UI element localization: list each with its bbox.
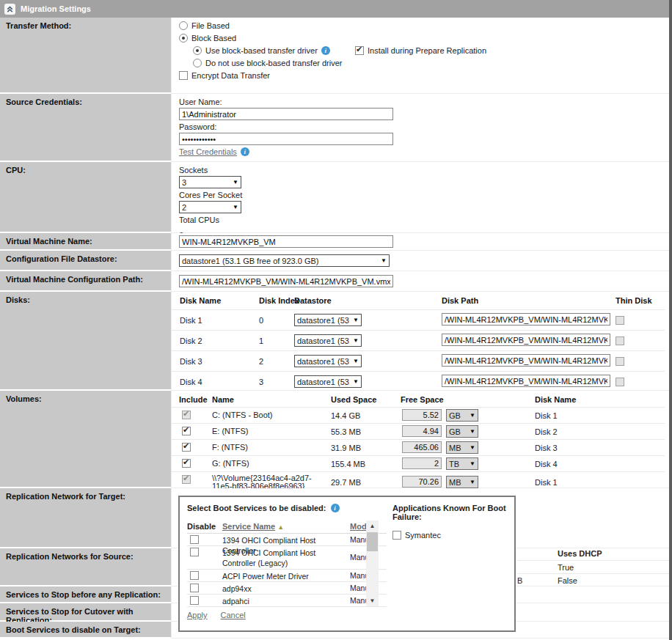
user-name-label: User Name: bbox=[179, 98, 669, 106]
service-name: 1394 OHCI Compliant Host Controller (Leg… bbox=[222, 548, 348, 568]
disk-datastore-select[interactable]: datastore1 (53.1 GB free of 923.0 GB) ▼ bbox=[294, 334, 362, 347]
vm-name-field[interactable] bbox=[179, 235, 393, 248]
free-space-input[interactable] bbox=[402, 425, 442, 437]
label-volumes: Volumes: bbox=[0, 391, 171, 488]
vm-config-path-field[interactable] bbox=[179, 275, 393, 287]
install-prepare-option[interactable]: Install during Prepare Replication bbox=[355, 46, 486, 55]
cores-value: 2 bbox=[182, 203, 230, 212]
col-disk-path: Disk Path bbox=[442, 296, 478, 305]
chevron-down-icon: ▼ bbox=[353, 378, 359, 385]
disk-index: 2 bbox=[259, 357, 263, 366]
scrollbar-thumb[interactable] bbox=[367, 532, 378, 551]
services-scrollbar[interactable]: ▲ ▼ bbox=[366, 521, 379, 606]
password-field[interactable] bbox=[179, 133, 393, 145]
free-space-input[interactable] bbox=[402, 441, 442, 453]
service-name-sort-link[interactable]: Service Name bbox=[222, 522, 275, 531]
volume-disk-name: Disk 1 bbox=[535, 411, 558, 420]
disable-service-checkbox[interactable] bbox=[190, 596, 199, 605]
collapse-section-icon[interactable] bbox=[4, 4, 15, 15]
service-name: adpahci bbox=[222, 596, 348, 606]
test-credentials-info-icon[interactable]: i bbox=[241, 147, 249, 156]
sockets-select[interactable]: 3 ▼ bbox=[179, 176, 241, 188]
page-title: Migration Settings bbox=[21, 4, 91, 13]
scroll-up-icon[interactable]: ▲ bbox=[366, 521, 379, 532]
disk-datastore-select[interactable]: datastore1 (53.1 GB free of 923.0 GB) ▼ bbox=[294, 375, 362, 388]
free-space-unit-select[interactable]: GB ▼ bbox=[446, 425, 478, 438]
scroll-down-icon[interactable]: ▼ bbox=[366, 595, 379, 606]
label-config-datastore: Configuration File Datastore: bbox=[0, 251, 171, 271]
row-divider bbox=[517, 573, 669, 574]
services-list: Disable Service Name ▲ Mode 1394 OHCI Co… bbox=[187, 521, 387, 607]
use-driver-radio[interactable] bbox=[193, 46, 202, 55]
label-services-stop-cutover: Services to Stop for Cutover with Replic… bbox=[0, 603, 171, 622]
disk-path-input[interactable] bbox=[442, 375, 610, 387]
include-checkbox[interactable] bbox=[182, 443, 191, 452]
row-divider bbox=[517, 560, 669, 561]
col-disk-name: Disk Name bbox=[180, 296, 221, 305]
disable-service-checkbox[interactable] bbox=[190, 535, 199, 544]
free-space-input[interactable] bbox=[402, 457, 442, 469]
volume-row: E: (NTFS) 55.3 MB GB ▼ Disk 2 bbox=[172, 423, 665, 439]
popup-info-icon[interactable]: i bbox=[331, 504, 340, 512]
free-space-input[interactable] bbox=[402, 409, 442, 421]
free-space-unit-select[interactable]: MB ▼ bbox=[446, 476, 478, 488]
include-checkbox[interactable] bbox=[182, 427, 191, 435]
include-checkbox[interactable] bbox=[182, 459, 191, 468]
block-based-radio[interactable] bbox=[179, 34, 188, 43]
free-space-unit-select[interactable]: TB ▼ bbox=[446, 457, 478, 470]
section-header-bar[interactable]: Migration Settings bbox=[0, 0, 669, 18]
service-row: adpahci Manual bbox=[187, 595, 387, 607]
label-vm-name: Virtual Machine Name: bbox=[0, 233, 171, 251]
uses-dhcp-true: True bbox=[558, 563, 574, 572]
apps-title: Applications Known For Boot Failure: bbox=[392, 504, 514, 521]
window-edge bbox=[669, 0, 672, 640]
disk-datastore-select[interactable]: datastore1 (53.1 GB free of 923.0 GB) ▼ bbox=[294, 355, 362, 367]
disk-path-input[interactable] bbox=[442, 354, 610, 367]
disable-service-checkbox[interactable] bbox=[190, 584, 199, 592]
cores-label: Cores Per Socket bbox=[179, 191, 669, 199]
apply-button[interactable]: Apply bbox=[187, 611, 208, 619]
use-driver-info-icon[interactable]: i bbox=[321, 46, 330, 55]
col-free-space: Free Space bbox=[401, 395, 444, 404]
include-checkbox bbox=[182, 411, 191, 419]
disable-service-checkbox[interactable] bbox=[190, 571, 199, 580]
use-driver-option[interactable]: Use block-based transfer driver i Instal… bbox=[193, 46, 669, 55]
test-credentials-link[interactable]: Test Credentials bbox=[179, 147, 237, 156]
symantec-option[interactable]: Symantec bbox=[392, 531, 514, 540]
disable-service-checkbox[interactable] bbox=[190, 548, 199, 556]
disk-path-input[interactable] bbox=[442, 334, 610, 346]
label-transfer-method: Transfer Method: bbox=[0, 18, 171, 94]
block-based-option[interactable]: Block Based bbox=[179, 34, 669, 43]
sockets-value: 3 bbox=[182, 178, 230, 187]
cores-select[interactable]: 2 ▼ bbox=[179, 201, 241, 213]
free-space-unit-select[interactable]: GB ▼ bbox=[446, 409, 478, 422]
chevron-down-icon: ▼ bbox=[353, 337, 359, 344]
uses-dhcp-header: Uses DHCP bbox=[558, 549, 602, 558]
install-prepare-checkbox[interactable] bbox=[355, 46, 364, 55]
config-datastore-select[interactable]: datastore1 (53.1 GB free of 923.0 GB) ▼ bbox=[179, 254, 390, 267]
chevron-down-icon: ▼ bbox=[381, 257, 387, 264]
sort-ascending-icon: ▲ bbox=[277, 523, 284, 531]
free-space-unit-select[interactable]: MB ▼ bbox=[446, 441, 478, 454]
encrypt-option[interactable]: Encrypt Data Transfer bbox=[179, 71, 669, 80]
volume-row: C: (NTFS - Boot) 14.4 GB GB ▼ Disk 1 bbox=[172, 407, 665, 423]
file-based-option[interactable]: File Based bbox=[179, 21, 669, 30]
thin-disk-checkbox bbox=[616, 357, 624, 366]
password-label: Password: bbox=[179, 122, 669, 131]
service-name: ACPI Power Meter Driver bbox=[222, 571, 348, 581]
free-space-input[interactable] bbox=[402, 476, 442, 488]
disk-index: 3 bbox=[259, 378, 263, 386]
no-driver-radio[interactable] bbox=[193, 59, 202, 67]
disk-path-input[interactable] bbox=[442, 313, 610, 325]
col-disk-index: Disk Index bbox=[259, 296, 299, 305]
col-service-name[interactable]: Service Name ▲ bbox=[222, 522, 284, 531]
thin-disk-checkbox bbox=[616, 336, 624, 345]
user-name-field[interactable] bbox=[179, 108, 393, 120]
symantec-checkbox[interactable] bbox=[392, 531, 401, 540]
cancel-button[interactable]: Cancel bbox=[221, 611, 246, 619]
file-based-radio[interactable] bbox=[179, 21, 188, 30]
encrypt-checkbox[interactable] bbox=[179, 71, 188, 80]
disk-row: Disk 1 0 datastore1 (53.1 GB free of 923… bbox=[172, 309, 665, 330]
no-driver-option[interactable]: Do not use block-based transfer driver bbox=[193, 59, 669, 67]
disk-datastore-select[interactable]: datastore1 (53.1 GB free of 923.0 GB) ▼ bbox=[294, 314, 362, 326]
